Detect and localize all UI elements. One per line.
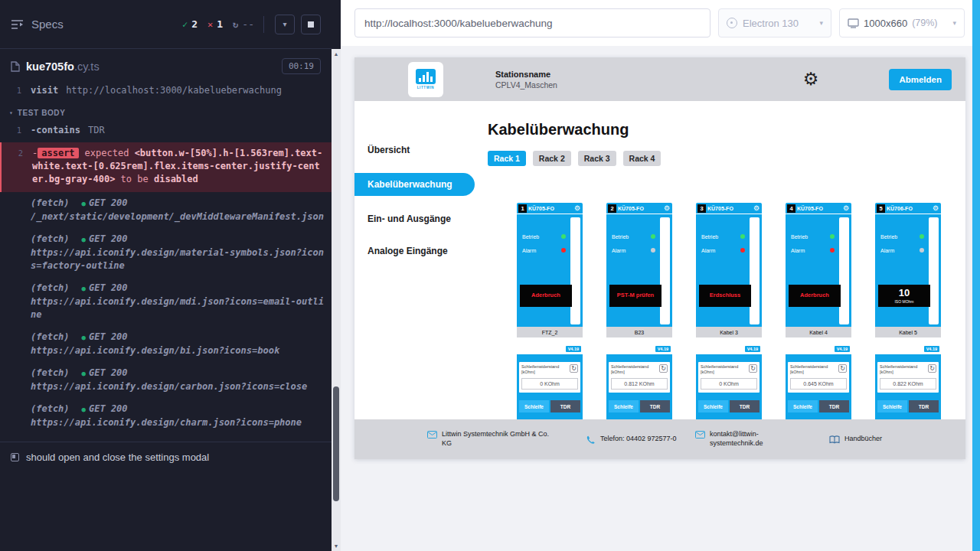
cable-name: Kabel 5 [875,327,941,337]
success-dot-icon: ● [82,334,86,341]
network-log-entry[interactable]: (fetch)●GET 200 /_next/static/developmen… [0,194,332,228]
aut-viewport: LITTWIN Stationsname CPLV4_Maschen ⚙ Abm… [341,46,972,551]
measurement-value: 0 KOhm [521,378,578,390]
command-name: -contains [31,125,80,135]
rack-tab[interactable]: Rack 3 [578,151,616,166]
scrollbar-thumb[interactable] [333,386,339,501]
page-scrollbar[interactable] [972,0,980,551]
status-unit: ISO MOhm [894,299,913,304]
stop-run-button[interactable] [301,15,321,34]
command-visit[interactable]: 1 visithttp://localhost:3000/kabelueberw… [0,82,332,99]
schleife-button[interactable]: Schleife [698,400,728,412]
version-row: V4.19 [517,337,583,354]
alarm-label: Alarm [612,248,626,253]
alarm-led [920,248,924,253]
sidebar-item[interactable]: Übersicht [354,141,475,159]
network-log-entry[interactable]: (fetch)●GET 200 https://api.iconify.desi… [0,230,332,277]
rack-tabs: Rack 1 Rack 2 Rack 3 Rack 4 [488,151,965,166]
rack-tab[interactable]: Rack 1 [488,151,526,166]
viewport-icon [848,18,859,28]
refresh-icon[interactable]: ↻ [570,364,578,373]
cable-slot [929,217,939,324]
success-dot-icon: ● [82,200,86,207]
tdr-button[interactable]: TDR [909,400,939,412]
collapse-tests-button[interactable]: ▾ [275,15,295,34]
test-icon [11,453,19,461]
sidebar-item[interactable]: Kabelüberwachung [354,173,475,196]
passed-count: 2 [191,18,198,30]
betrieb-led [830,234,835,239]
network-log: (fetch)●GET 200 /_next/static/developmen… [0,194,332,434]
sidebar-item[interactable]: Ein- und Ausgänge [354,210,475,228]
settings-gear-icon[interactable]: ⚙ [803,70,819,88]
company-name: Littwin Systemtechnik GmbH & Co. KG [442,430,558,448]
device-gear-icon[interactable]: ⚙ [843,204,849,212]
chevron-down-icon: ▾ [819,19,823,27]
sidebar-item-label: Kabelüberwachung [368,179,452,190]
measurement-value: 0.822 KOhm [880,378,936,390]
footer-manuals-link[interactable]: Handbücher [829,435,882,444]
tdr-button[interactable]: TDR [819,400,849,412]
rack-tab[interactable]: Rack 2 [533,151,571,166]
scroll-down-arrow[interactable]: ▼ [332,541,341,551]
network-log-entry[interactable]: (fetch)●GET 200 https://api.iconify.desi… [0,328,332,362]
next-test-row[interactable]: should open and close the settings modal [0,442,332,472]
alarm-led [561,248,566,253]
sidebar-item[interactable]: Analoge Eingänge [354,242,475,260]
alarm-led [740,248,745,253]
schleife-button[interactable]: Schleife [788,400,818,412]
tdr-button[interactable]: TDR [640,400,670,412]
device-model: KÜ706-FO [887,206,933,211]
command-name: visit [31,85,58,96]
status-display: PST-M prüfen [609,285,662,307]
tdr-button[interactable]: TDR [730,400,760,412]
device-gear-icon[interactable]: ⚙ [664,204,670,212]
version-row: V4.19 [875,337,941,354]
schleife-button[interactable]: Schleife [609,400,639,412]
aut-pane: Electron 130 ▾ 1000x660 (79%) ▾ [341,0,972,551]
status-display: Erdschluss [699,285,751,307]
specs-menu-icon[interactable] [11,19,24,30]
measurement-label: Schleifenwiderstand [kOhm] [611,364,654,374]
sidebar-item-label: Analoge Eingänge [368,246,448,256]
scrollbar-cap [332,0,341,49]
spec-header[interactable]: kue705fo.cy.ts 00:19 [0,49,332,82]
schleife-button[interactable]: Schleife [877,400,907,412]
device-card: 1 KÜ705-FO ⚙ Betrieb [517,203,583,419]
device-model: KÜ705-FO [797,206,843,211]
cypress-reporter: Specs ✓2 ✕1 ↻-- ▾ kue705fo.cy.ts 00:19 1… [0,0,332,551]
book-icon [829,435,840,444]
reporter-scrollbar[interactable]: ▲ ▼ [332,0,341,551]
logout-button[interactable]: Abmelden [889,69,952,90]
viewport-zoom: (79%) [912,18,937,28]
refresh-icon[interactable]: ↻ [838,364,847,373]
device-gear-icon[interactable]: ⚙ [574,204,580,212]
betrieb-label: Betrieb [791,234,808,240]
email-address: kontakt@littwin-systemtechnik.de [710,430,783,448]
fetch-status: GET 200 [89,282,128,293]
network-log-entry[interactable]: (fetch)●GET 200 https://api.iconify.desi… [0,364,332,398]
rack-tab[interactable]: Rack 4 [623,151,662,166]
specs-label[interactable]: Specs [31,18,64,31]
chevron-down-icon: ▾ [283,20,286,28]
network-log-entry[interactable]: (fetch)●GET 200 https://api.iconify.desi… [0,399,332,434]
schleife-button[interactable]: Schleife [519,400,549,412]
network-log-entry[interactable]: (fetch)●GET 200 https://api.iconify.desi… [0,279,332,326]
failed-assertion[interactable]: 2 -assertexpected <button.w-[50%].h-[1.5… [0,142,332,192]
measurement-label: Schleifenwiderstand [kOhm] [880,364,923,374]
tdr-button[interactable]: TDR [550,400,580,412]
url-input[interactable] [354,8,710,37]
scroll-up-arrow[interactable]: ▲ [332,49,341,59]
refresh-icon[interactable]: ↻ [659,364,668,373]
refresh-icon: ↻ [233,19,238,30]
test-body-section-header[interactable]: ▾ TEST BODY [0,99,332,122]
refresh-icon[interactable]: ↻ [749,364,757,373]
command-contains[interactable]: 1 -containsTDR [0,122,332,139]
device-card: 5 KÜ706-FO ⚙ Betrieb [875,203,941,419]
success-dot-icon: ● [82,285,86,292]
device-gear-icon[interactable]: ⚙ [933,204,939,212]
refresh-icon[interactable]: ↻ [928,364,936,373]
browser-select[interactable]: Electron 130 ▾ [718,8,831,37]
viewport-select[interactable]: 1000x660 (79%) ▾ [839,8,965,37]
device-gear-icon[interactable]: ⚙ [753,204,760,212]
